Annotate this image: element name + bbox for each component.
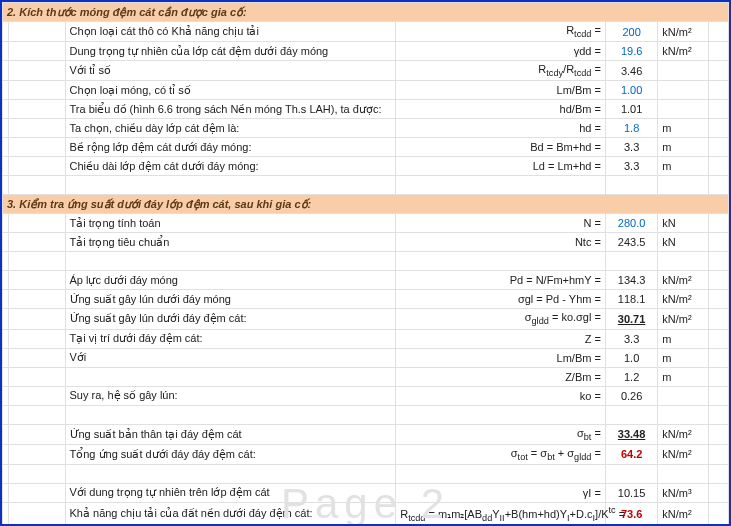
row-unit: m — [658, 157, 708, 176]
row-unit: kN/m² — [658, 309, 708, 329]
pad — [9, 502, 65, 525]
pad — [708, 100, 728, 119]
row-formula: N = — [396, 214, 606, 233]
section-title: 3. Kiểm tra ứng suất dưới đáy lớp đệm cá… — [3, 195, 729, 214]
row-unit: kN/m² — [658, 424, 708, 444]
pad — [9, 22, 65, 42]
pad — [9, 214, 65, 233]
pad — [708, 502, 728, 525]
row-value: 3.46 — [605, 61, 657, 81]
row-label — [65, 464, 396, 483]
calc-table: 2. Kích thước móng đệm cát cần được gia … — [2, 2, 729, 526]
row-value: 64.2 — [605, 444, 657, 464]
row-formula — [396, 464, 606, 483]
row-unit: kN/m² — [658, 271, 708, 290]
row-value: 1.2 — [605, 367, 657, 386]
row-unit — [658, 464, 708, 483]
pad — [9, 119, 65, 138]
pad — [708, 138, 728, 157]
row-formula: σtot = σbt + σgldd = — [396, 444, 606, 464]
row-unit: kN/m² — [658, 22, 708, 42]
row-formula: Lm/Bm = — [396, 81, 606, 100]
row-value — [605, 252, 657, 271]
pad — [9, 329, 65, 348]
row-value: 280.0 — [605, 214, 657, 233]
row-value: 118.1 — [605, 290, 657, 309]
pad — [708, 81, 728, 100]
row-label — [65, 405, 396, 424]
row-label: Bề rộng lớp đệm cát dưới đáy móng: — [65, 138, 396, 157]
pad — [9, 386, 65, 405]
row-label: Suy ra, hệ số gây lún: — [65, 386, 396, 405]
pad — [9, 61, 65, 81]
row-formula — [396, 405, 606, 424]
row-unit — [658, 81, 708, 100]
row-label: Ứng suất gây lún dưới đáy đệm cát: — [65, 309, 396, 329]
pad — [708, 348, 728, 367]
row-formula: hd = — [396, 119, 606, 138]
row-formula: σgl = Pd - Yhm = — [396, 290, 606, 309]
pad — [708, 119, 728, 138]
row-unit: kN/m² — [658, 290, 708, 309]
section-title: 2. Kích thước móng đệm cát cần được gia … — [3, 3, 729, 22]
row-value: 134.3 — [605, 271, 657, 290]
row-value: 3.3 — [605, 138, 657, 157]
row-value: 200 — [605, 22, 657, 42]
row-label: Ứng suất bản thân tại đáy đệm cát — [65, 424, 396, 444]
row-formula: Rtcdd = m₁m₂[ABddYII+B(hm+hd)YI+D.cI]/Kt… — [396, 502, 606, 525]
row-unit — [658, 386, 708, 405]
row-formula: Ld = Lm+hd = — [396, 157, 606, 176]
pad — [708, 42, 728, 61]
pad — [9, 405, 65, 424]
pad — [9, 157, 65, 176]
row-unit: m — [658, 367, 708, 386]
row-value: 0.26 — [605, 386, 657, 405]
row-label: Chọn loại cát thô có Khả năng chịu tải — [65, 22, 396, 42]
pad — [9, 309, 65, 329]
row-formula: Z = — [396, 329, 606, 348]
pad — [708, 464, 728, 483]
row-value: 1.00 — [605, 81, 657, 100]
row-value: 19.6 — [605, 42, 657, 61]
pad — [9, 367, 65, 386]
pad — [708, 233, 728, 252]
pad — [9, 348, 65, 367]
row-label: Áp lực dưới đáy móng — [65, 271, 396, 290]
row-unit: kN/m² — [658, 444, 708, 464]
pad — [708, 157, 728, 176]
cell — [605, 176, 657, 195]
row-value: 33.48 — [605, 424, 657, 444]
row-unit: kN/m² — [658, 42, 708, 61]
row-label: Chiều dài lớp đệm cát dưới đáy móng: — [65, 157, 396, 176]
pad — [9, 424, 65, 444]
row-unit — [658, 405, 708, 424]
row-label: Ta chọn, chiều dày lớp cát đệm là: — [65, 119, 396, 138]
row-label: Tra biểu đồ (hình 6.6 trong sách Nền món… — [65, 100, 396, 119]
row-formula: σbt = — [396, 424, 606, 444]
pad — [9, 233, 65, 252]
pad — [9, 290, 65, 309]
row-value: 243.5 — [605, 233, 657, 252]
row-unit — [658, 61, 708, 81]
row-formula: ko = — [396, 386, 606, 405]
row-value: 1.0 — [605, 348, 657, 367]
pad — [708, 22, 728, 42]
row-label: Tải trọng tiêu chuẩn — [65, 233, 396, 252]
pad — [708, 367, 728, 386]
row-unit: kN/m² — [658, 502, 708, 525]
row-unit: m — [658, 348, 708, 367]
cell — [708, 176, 728, 195]
pad — [9, 444, 65, 464]
pad — [9, 271, 65, 290]
row-formula: Pd = N/Fm+hmY = — [396, 271, 606, 290]
pad — [708, 252, 728, 271]
row-formula: Ntc = — [396, 233, 606, 252]
row-value — [605, 405, 657, 424]
row-formula: σgldd = ko.σgl = — [396, 309, 606, 329]
row-formula: hd/Bm = — [396, 100, 606, 119]
row-unit: kN/m³ — [658, 483, 708, 502]
pad — [708, 424, 728, 444]
pad — [708, 61, 728, 81]
row-formula — [396, 252, 606, 271]
cell — [396, 176, 606, 195]
